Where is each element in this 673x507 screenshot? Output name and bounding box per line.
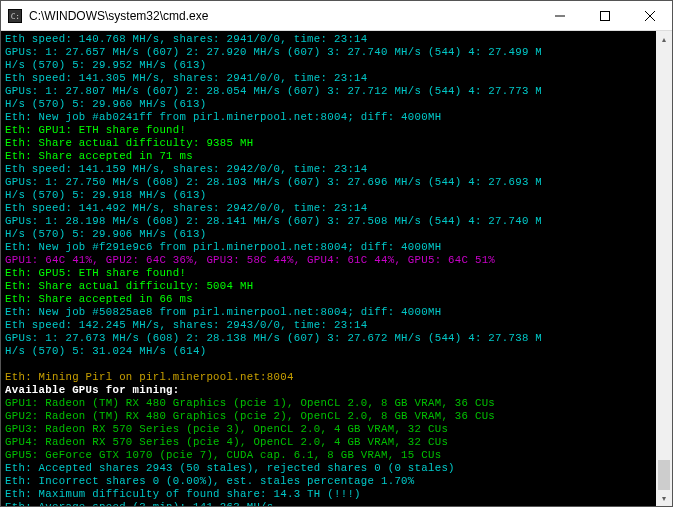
cmd-window: C: C:\WINDOWS\system32\cmd.exe Eth speed… xyxy=(0,0,673,507)
terminal-line: Eth speed: 140.768 MH/s, shares: 2941/0/… xyxy=(5,33,652,46)
terminal-line: Eth speed: 142.245 MH/s, shares: 2943/0/… xyxy=(5,319,652,332)
terminal-line xyxy=(5,358,652,371)
window-title: C:\WINDOWS\system32\cmd.exe xyxy=(29,9,537,23)
terminal-area: Eth speed: 140.768 MH/s, shares: 2941/0/… xyxy=(1,31,672,506)
terminal-line: Eth: Share actual difficulty: 9385 MH xyxy=(5,137,652,150)
terminal-line: H/s (570) 5: 29.906 MH/s (613) xyxy=(5,228,652,241)
scroll-down-arrow[interactable]: ▾ xyxy=(656,490,672,506)
terminal-line: Eth: Share accepted in 66 ms xyxy=(5,293,652,306)
terminal-line: Eth speed: 141.492 MH/s, shares: 2942/0/… xyxy=(5,202,652,215)
terminal-line: GPUs: 1: 27.673 MH/s (608) 2: 28.138 MH/… xyxy=(5,332,652,345)
terminal-output[interactable]: Eth speed: 140.768 MH/s, shares: 2941/0/… xyxy=(1,31,656,506)
scroll-thumb[interactable] xyxy=(658,460,670,490)
minimize-button[interactable] xyxy=(537,1,582,30)
terminal-line: GPU4: Radeon RX 570 Series (pcie 4), Ope… xyxy=(5,436,652,449)
terminal-line: Eth: Maximum difficulty of found share: … xyxy=(5,488,652,501)
terminal-line: GPUs: 1: 27.750 MH/s (608) 2: 28.103 MH/… xyxy=(5,176,652,189)
titlebar[interactable]: C: C:\WINDOWS\system32\cmd.exe xyxy=(1,1,672,31)
terminal-line: H/s (570) 5: 29.952 MH/s (613) xyxy=(5,59,652,72)
terminal-line: Eth speed: 141.305 MH/s, shares: 2941/0/… xyxy=(5,72,652,85)
terminal-line: Eth speed: 141.159 MH/s, shares: 2942/0/… xyxy=(5,163,652,176)
terminal-line: Eth: GPU5: ETH share found! xyxy=(5,267,652,280)
terminal-line: H/s (570) 5: 29.918 MH/s (613) xyxy=(5,189,652,202)
terminal-line: H/s (570) 5: 31.024 MH/s (614) xyxy=(5,345,652,358)
terminal-line: Eth: Incorrect shares 0 (0.00%), est. st… xyxy=(5,475,652,488)
terminal-line: GPU5: GeForce GTX 1070 (pcie 7), CUDA ca… xyxy=(5,449,652,462)
terminal-line: Eth: Share accepted in 71 ms xyxy=(5,150,652,163)
terminal-line: Eth: New job #ab0241ff from pirl.minerpo… xyxy=(5,111,652,124)
close-button[interactable] xyxy=(627,1,672,30)
terminal-line: Eth: Share actual difficulty: 5004 MH xyxy=(5,280,652,293)
terminal-line: Available GPUs for mining: xyxy=(5,384,652,397)
terminal-line: Eth: Mining Pirl on pirl.minerpool.net:8… xyxy=(5,371,652,384)
terminal-line: GPU3: Radeon RX 570 Series (pcie 3), Ope… xyxy=(5,423,652,436)
terminal-line: H/s (570) 5: 29.960 MH/s (613) xyxy=(5,98,652,111)
terminal-line: Eth: Accepted shares 2943 (50 stales), r… xyxy=(5,462,652,475)
cmd-icon: C: xyxy=(7,8,23,24)
terminal-line: GPU1: 64C 41%, GPU2: 64C 36%, GPU3: 58C … xyxy=(5,254,652,267)
terminal-line: Eth: Average speed (3 min): 141.263 MH/s xyxy=(5,501,652,506)
svg-rect-4 xyxy=(600,11,609,20)
terminal-line: Eth: GPU1: ETH share found! xyxy=(5,124,652,137)
window-controls xyxy=(537,1,672,30)
maximize-button[interactable] xyxy=(582,1,627,30)
scroll-up-arrow[interactable]: ▴ xyxy=(656,31,672,47)
svg-text:C:: C: xyxy=(11,11,20,20)
scrollbar[interactable]: ▴ ▾ xyxy=(656,31,672,506)
terminal-line: GPUs: 1: 27.807 MH/s (607) 2: 28.054 MH/… xyxy=(5,85,652,98)
terminal-line: Eth: New job #f291e9c6 from pirl.minerpo… xyxy=(5,241,652,254)
terminal-line: GPU1: Radeon (TM) RX 480 Graphics (pcie … xyxy=(5,397,652,410)
terminal-line: Eth: New job #50825ae8 from pirl.minerpo… xyxy=(5,306,652,319)
terminal-line: GPUs: 1: 27.657 MH/s (607) 2: 27.920 MH/… xyxy=(5,46,652,59)
terminal-line: GPUs: 1: 28.198 MH/s (608) 2: 28.141 MH/… xyxy=(5,215,652,228)
terminal-line: GPU2: Radeon (TM) RX 480 Graphics (pcie … xyxy=(5,410,652,423)
